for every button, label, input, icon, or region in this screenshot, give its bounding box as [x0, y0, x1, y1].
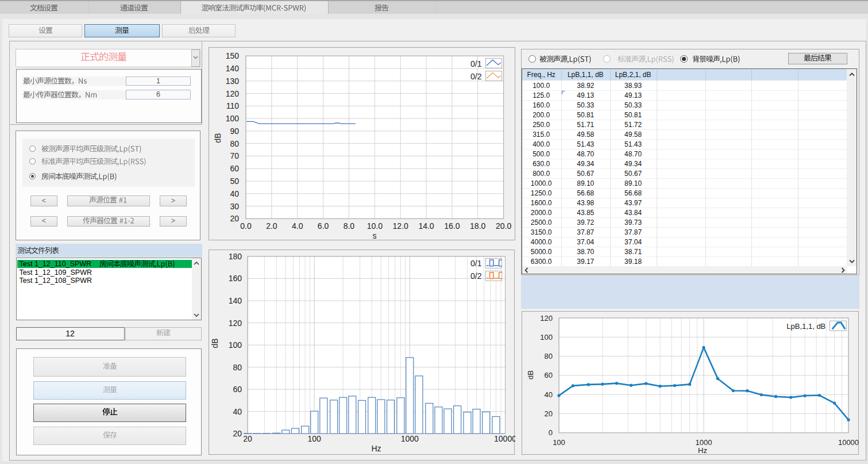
- svg-text:120: 120: [540, 314, 553, 323]
- svg-text:140: 140: [229, 296, 242, 305]
- svg-text:10000: 10000: [838, 438, 859, 447]
- svg-text:40: 40: [233, 407, 242, 416]
- svg-text:0/1: 0/1: [470, 59, 482, 68]
- svg-text:14.0: 14.0: [418, 221, 434, 231]
- svg-text:0/1: 0/1: [470, 259, 482, 268]
- svg-text:1000: 1000: [696, 438, 712, 447]
- svg-text:10000: 10000: [494, 434, 515, 443]
- svg-text:20: 20: [233, 429, 242, 438]
- svg-text:4.0: 4.0: [292, 221, 303, 231]
- svg-text:40: 40: [545, 390, 553, 399]
- svg-text:20: 20: [230, 214, 239, 223]
- svg-text:0.0: 0.0: [240, 221, 252, 231]
- svg-text:12.0: 12.0: [393, 221, 408, 231]
- svg-text:dB: dB: [210, 338, 219, 348]
- svg-text:30: 30: [230, 202, 239, 211]
- svg-text:0/2: 0/2: [470, 271, 482, 281]
- svg-text:8.0: 8.0: [344, 221, 355, 231]
- svg-text:20: 20: [545, 409, 553, 418]
- svg-text:60: 60: [545, 371, 553, 379]
- svg-text:6.0: 6.0: [318, 221, 329, 231]
- svg-text:0: 0: [549, 428, 553, 437]
- svg-text:70: 70: [230, 151, 239, 160]
- svg-text:110: 110: [226, 101, 240, 110]
- svg-text:100: 100: [308, 434, 322, 443]
- svg-text:150: 150: [226, 51, 240, 60]
- svg-text:LpB,1,1, dB: LpB,1,1, dB: [786, 322, 825, 331]
- svg-text:dB: dB: [213, 133, 222, 143]
- svg-text:160: 160: [229, 274, 242, 283]
- svg-text:40: 40: [230, 189, 239, 198]
- svg-text:60: 60: [233, 385, 242, 394]
- svg-text:18.0: 18.0: [470, 221, 485, 231]
- svg-text:Hz: Hz: [371, 444, 381, 453]
- svg-text:20.0: 20.0: [496, 221, 511, 231]
- svg-text:50: 50: [230, 177, 239, 186]
- svg-text:120: 120: [226, 89, 240, 98]
- svg-text:80: 80: [545, 352, 553, 361]
- svg-text:16.0: 16.0: [444, 221, 460, 231]
- svg-text:80: 80: [233, 363, 242, 372]
- svg-text:1000: 1000: [401, 434, 419, 443]
- svg-text:2.0: 2.0: [266, 221, 277, 231]
- svg-text:140: 140: [226, 64, 240, 73]
- svg-text:80: 80: [230, 139, 239, 148]
- svg-text:120: 120: [229, 319, 242, 328]
- svg-text:s: s: [373, 231, 377, 240]
- svg-text:dB: dB: [526, 370, 535, 379]
- svg-text:100: 100: [229, 340, 242, 350]
- svg-text:0/2: 0/2: [470, 72, 482, 81]
- svg-text:100: 100: [226, 114, 240, 123]
- svg-text:100: 100: [540, 333, 553, 342]
- svg-text:20: 20: [243, 434, 252, 443]
- svg-text:130: 130: [226, 76, 240, 86]
- svg-text:10.0: 10.0: [367, 221, 383, 231]
- svg-text:60: 60: [230, 164, 239, 173]
- svg-text:Hz: Hz: [698, 446, 707, 455]
- svg-text:100: 100: [553, 438, 565, 447]
- svg-text:180: 180: [229, 252, 242, 261]
- svg-text:90: 90: [230, 126, 239, 136]
